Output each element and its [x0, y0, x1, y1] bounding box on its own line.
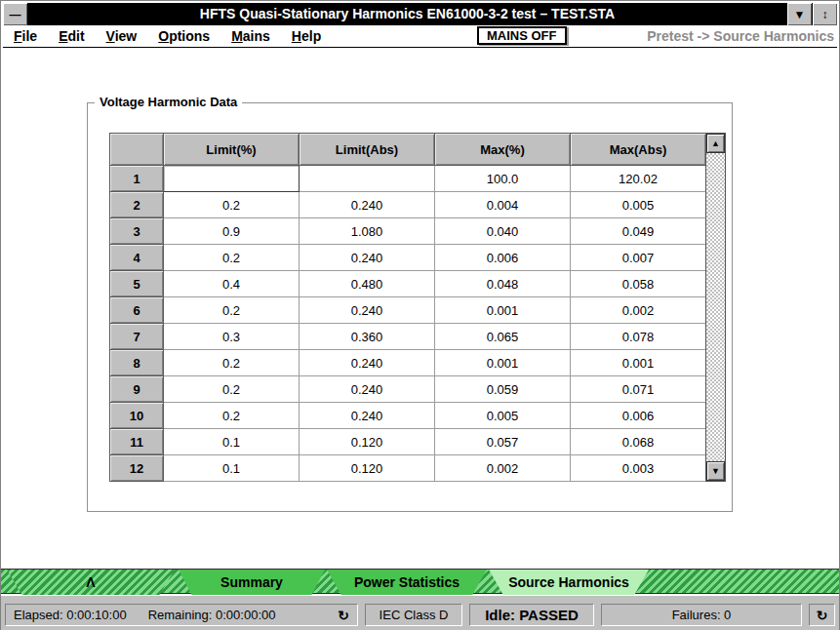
- menu-file[interactable]: File: [3, 26, 48, 46]
- table-row: 90.20.2400.0590.071: [110, 376, 706, 403]
- menu-mains[interactable]: Mains: [220, 26, 281, 46]
- table-row: 110.10.1200.0570.068: [110, 429, 706, 455]
- restore-button[interactable]: ↕: [812, 3, 837, 25]
- grid-cell[interactable]: 0.2: [164, 403, 300, 429]
- grid-cell[interactable]: 0.059: [435, 376, 571, 403]
- grid-cell[interactable]: 0.058: [571, 271, 706, 297]
- system-menu-icon: —: [10, 8, 21, 21]
- iec-class-text: IEC Class D: [380, 608, 449, 622]
- grid-cell[interactable]: 0.9: [164, 218, 300, 245]
- table-row: 80.20.2400.0010.001: [110, 350, 706, 376]
- grid-cell[interactable]: 0.120: [300, 455, 435, 482]
- menu-view[interactable]: View: [96, 26, 148, 46]
- row-number-cell: 5: [110, 271, 164, 297]
- timing-panel: Elapsed: 0:00:10:00 Remaining: 0:00:00:0…: [5, 604, 358, 626]
- tab-summary[interactable]: Summary: [179, 570, 325, 595]
- grid-cell[interactable]: 0.240: [300, 350, 435, 376]
- grid-cell[interactable]: 0.3: [164, 324, 300, 350]
- vertical-scrollbar[interactable]: ▲ ▼: [705, 133, 726, 482]
- grid-cell[interactable]: 0.048: [435, 271, 571, 297]
- grid-cell[interactable]: 0.068: [571, 429, 706, 455]
- grid-cell[interactable]: 0.002: [435, 455, 571, 482]
- grid-cell[interactable]: 0.004: [435, 192, 571, 218]
- grid-cell[interactable]: 0.003: [571, 455, 706, 482]
- grid-cell[interactable]: 120.02: [571, 166, 706, 192]
- table-row: 20.20.2400.0040.005: [110, 192, 706, 218]
- grid-cell[interactable]: 0.049: [571, 218, 706, 245]
- grid-cell[interactable]: 0.040: [435, 218, 571, 245]
- grid-cell[interactable]: 0.065: [435, 324, 571, 350]
- grid-cell[interactable]: 0.007: [571, 245, 706, 271]
- grid-cell[interactable]: 0.001: [435, 350, 571, 376]
- minimize-button[interactable]: ▼: [786, 3, 812, 25]
- grid-cell[interactable]: 100.0: [435, 166, 571, 192]
- grid-cell[interactable]: 0.2: [164, 297, 300, 324]
- grid-cell[interactable]: 0.006: [571, 403, 706, 429]
- harmonics-table: Limit(%) Limit(Abs) Max(%) Max(Abs) 1100…: [109, 133, 706, 482]
- grid-cell[interactable]: 0.005: [435, 403, 571, 429]
- refresh-icon[interactable]: ↻: [817, 608, 828, 623]
- table-row: 1100.0120.02: [110, 166, 706, 192]
- scroll-up-button[interactable]: ▲: [706, 134, 725, 153]
- title-bar: — HFTS Quasi-Stationary Harmonics EN6100…: [3, 3, 837, 25]
- grid-cell[interactable]: 1.080: [300, 218, 435, 245]
- table-row: 60.20.2400.0010.002: [110, 297, 706, 324]
- table-row: 30.91.0800.0400.049: [110, 218, 706, 245]
- status-bar: Elapsed: 0:00:10:00 Remaining: 0:00:00:0…: [1, 604, 839, 626]
- iec-class-panel: IEC Class D: [365, 604, 462, 626]
- grid-cell[interactable]: 0.1: [164, 455, 300, 482]
- tab-power-statistics[interactable]: Power Statistics: [327, 570, 487, 595]
- grid-cell[interactable]: 0.240: [300, 245, 435, 271]
- refresh-icon[interactable]: ↻: [338, 608, 349, 623]
- grid-cell[interactable]: 0.120: [300, 429, 435, 455]
- table-row: 40.20.2400.0060.007: [110, 245, 706, 271]
- grid-cell[interactable]: 0.480: [300, 271, 435, 297]
- grid-cell[interactable]: 0.240: [300, 297, 435, 324]
- grid-cell[interactable]: 0.240: [300, 192, 435, 218]
- scrollbar-track[interactable]: [706, 153, 725, 461]
- grid-cell[interactable]: 0.2: [164, 245, 300, 271]
- row-number-cell: 4: [110, 245, 164, 271]
- menu-help[interactable]: Help: [281, 26, 332, 46]
- grid-cell[interactable]: 0.240: [300, 376, 435, 403]
- row-number-cell: 12: [110, 455, 164, 482]
- grid-cell[interactable]: 0.071: [571, 376, 706, 403]
- grid-cell[interactable]: 0.2: [164, 192, 300, 218]
- system-menu-button[interactable]: —: [3, 3, 28, 25]
- table-row: 50.40.4800.0480.058: [110, 271, 706, 297]
- grid-cell[interactable]: 0.001: [435, 297, 571, 324]
- refresh-panel: ↻: [809, 604, 835, 626]
- grid-cell[interactable]: 0.005: [571, 192, 706, 218]
- remaining-text: Remaining: 0:00:00:00: [148, 608, 276, 622]
- failures-text: Failures: 0: [672, 608, 732, 622]
- tab-lambda[interactable]: Λ: [7, 570, 175, 595]
- tab-source-harmonics[interactable]: Source Harmonics: [489, 570, 649, 595]
- menu-edit[interactable]: Edit: [48, 26, 95, 46]
- menu-options[interactable]: Options: [147, 26, 220, 46]
- grid-cell[interactable]: 0.078: [571, 324, 706, 350]
- menu-bar: File Edit View Options Mains Help MAINS …: [3, 25, 837, 48]
- grid-cell[interactable]: 0.360: [300, 324, 435, 350]
- mains-off-indicator[interactable]: MAINS OFF: [477, 26, 567, 45]
- grid-cell[interactable]: 0.006: [435, 245, 571, 271]
- pretest-status-text: Pretest -> Source Harmonics: [647, 28, 834, 44]
- bottom-bar: Elapsed: 0:00:10:00 Remaining: 0:00:00:0…: [1, 595, 839, 630]
- grid-cell[interactable]: 0.240: [300, 403, 435, 429]
- row-number-cell: 6: [110, 297, 164, 324]
- scroll-down-button[interactable]: ▼: [706, 461, 725, 481]
- tab-label: Λ: [86, 574, 95, 590]
- grid-cell[interactable]: 0.001: [571, 350, 706, 376]
- grid-cell[interactable]: 0.057: [435, 429, 571, 455]
- grid-cell[interactable]: 0.1: [164, 429, 300, 455]
- grid-cell[interactable]: 0.002: [571, 297, 706, 324]
- table-row: 120.10.1200.0020.003: [110, 455, 706, 482]
- grid-cell[interactable]: 0.4: [164, 271, 300, 297]
- grid-cell[interactable]: [300, 166, 435, 192]
- grid-cell[interactable]: 0.2: [164, 376, 300, 403]
- row-number-cell: 1: [110, 166, 164, 192]
- client-area: Voltage Harmonic Data Limit(%) Limit(Abs…: [3, 48, 837, 569]
- row-number-cell: 10: [110, 403, 164, 429]
- grid-cell[interactable]: [164, 166, 300, 192]
- grid-cell[interactable]: 0.2: [164, 350, 300, 376]
- groupbox-title: Voltage Harmonic Data: [95, 95, 242, 109]
